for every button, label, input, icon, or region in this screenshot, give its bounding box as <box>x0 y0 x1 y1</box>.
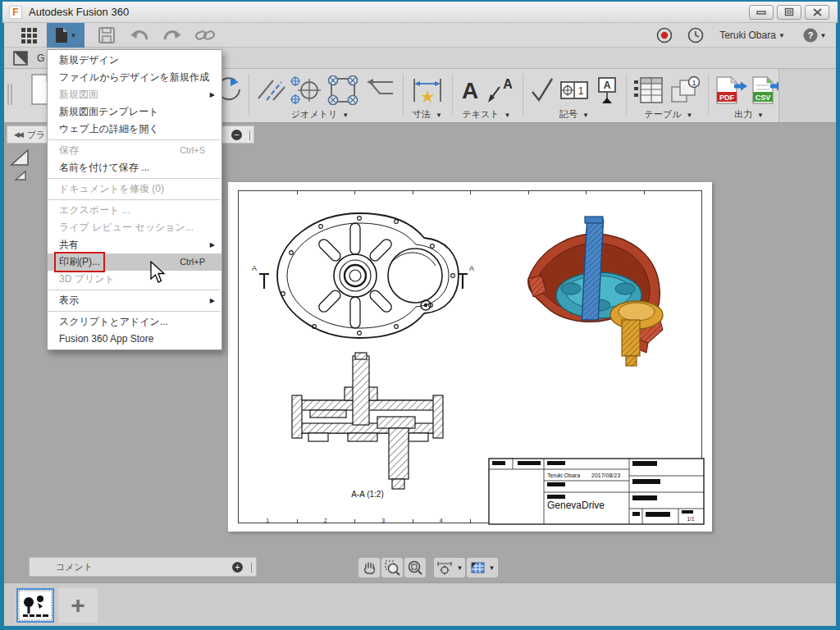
browser-sheet-item-icon[interactable] <box>9 148 30 167</box>
menu-item-10[interactable]: 共有 <box>48 236 221 253</box>
menu-item-13[interactable]: 表示 <box>48 292 221 309</box>
pan-hand-icon <box>362 560 377 575</box>
text-leader-icon[interactable]: A <box>486 75 516 105</box>
panel-grip[interactable] <box>249 130 250 140</box>
link-icon <box>195 29 215 42</box>
menu-item-9[interactable]: ライブ レビュー セッション... <box>48 219 221 236</box>
pan-button[interactable] <box>358 558 380 578</box>
centerline-icon[interactable] <box>255 75 286 103</box>
menu-item-label: ウェブ上の詳細を開く <box>59 121 159 138</box>
menu-item-shortcut: Ctrl+P <box>180 253 205 271</box>
history-button[interactable] <box>683 23 708 48</box>
menu-item-6[interactable]: 名前を付けて保存 ... <box>48 159 221 176</box>
data-panel-icon[interactable] <box>12 50 30 66</box>
dropdown-caret-icon: ▼ <box>342 112 349 119</box>
file-menu: 新規デザインファイルからデザインを新規作成新規図面新規図面テンプレートウェブ上の… <box>47 49 222 350</box>
comment-grip[interactable] <box>251 563 252 573</box>
maximize-button[interactable] <box>777 5 801 20</box>
title-bar: F Autodesk Fusion 360 <box>2 2 838 23</box>
ribbon-end-area <box>778 69 836 122</box>
edge-extension-icon[interactable] <box>365 75 396 105</box>
redo-icon <box>162 28 182 43</box>
sheet-thumbnail[interactable] <box>16 588 54 623</box>
checkmark-icon[interactable] <box>529 75 555 105</box>
sheet-grid-number: 2 <box>324 518 327 523</box>
undo-button[interactable] <box>126 23 153 48</box>
center-pattern-icon[interactable] <box>326 75 360 105</box>
export-pdf-icon[interactable]: PDF <box>714 75 747 107</box>
zoom-window-button[interactable] <box>381 558 403 578</box>
browser-subitem-icon[interactable] <box>14 170 27 181</box>
group-output[interactable]: 出力 ▼ <box>723 108 775 121</box>
menu-item-12[interactable]: 3D プリント <box>48 271 221 288</box>
svg-text:?: ? <box>807 30 813 40</box>
record-icon <box>656 27 673 43</box>
menu-item-8[interactable]: エクスポート ... <box>48 202 221 219</box>
group-text[interactable]: テキスト ▼ <box>454 108 519 121</box>
menu-item-3[interactable]: 新規図面テンプレート <box>48 103 221 121</box>
zoom-button[interactable] <box>404 558 426 578</box>
datum-identifier-icon[interactable]: 1 <box>559 75 590 105</box>
save-icon <box>98 27 115 43</box>
comment-bar[interactable]: コメント + <box>29 557 257 577</box>
menu-item-4[interactable]: ウェブ上の詳細を開く <box>48 121 221 138</box>
grid-settings-dropdown[interactable]: ▼ <box>467 558 498 578</box>
dropdown-caret-icon: ▼ <box>457 564 463 572</box>
record-button[interactable] <box>652 23 677 48</box>
add-comment-icon[interactable]: + <box>232 562 243 573</box>
group-dimension[interactable]: 寸法 ▼ <box>401 108 454 121</box>
display-settings-dropdown[interactable]: ▼ <box>434 558 465 578</box>
menu-item-5[interactable]: 保存Ctrl+S <box>48 142 221 159</box>
table-icon[interactable] <box>632 75 664 105</box>
dropdown-caret-icon: ▼ <box>757 112 764 119</box>
redo-button[interactable] <box>158 23 186 48</box>
panel-minus-icon[interactable]: − <box>231 130 242 140</box>
file-menu-button[interactable]: ▼ <box>47 23 84 48</box>
fusion-logo-icon: F <box>9 6 22 19</box>
toolbar-grip[interactable] <box>7 84 12 105</box>
dimension-icon[interactable] <box>409 75 445 105</box>
menu-item-2[interactable]: 新規図面 <box>48 86 221 103</box>
group-table[interactable]: テーブル ▼ <box>634 108 703 121</box>
close-button[interactable] <box>805 5 829 20</box>
iso-section-view[interactable] <box>517 213 669 369</box>
sheet-grid-tick <box>413 191 413 194</box>
menu-item-label: Fusion 360 App Store <box>59 331 153 348</box>
help-menu[interactable]: ? ▼ <box>798 23 831 48</box>
minimize-button[interactable] <box>749 5 774 20</box>
save-button[interactable] <box>93 23 121 48</box>
document-tab[interactable]: G <box>37 52 44 64</box>
title-block-date: 2017/08/23 <box>591 472 620 478</box>
group-geometry[interactable]: ジオメトリ ▼ <box>283 108 357 121</box>
submenu-arrow-icon <box>205 236 215 253</box>
menu-item-label: エクスポート ... <box>59 202 130 219</box>
surface-texture-icon[interactable]: A <box>595 75 619 107</box>
front-view[interactable]: A A <box>249 205 478 349</box>
drawing-sheet[interactable]: 12345678 A A <box>228 182 712 532</box>
title-block-author: Teruki Obara <box>547 472 580 478</box>
menu-item-label: ファイルからデザインを新規作成 <box>59 69 209 86</box>
balloon-icon[interactable]: 1 <box>669 75 701 107</box>
browser-panel-title: ブラ <box>27 129 46 141</box>
app-grid-button[interactable] <box>14 23 43 48</box>
collapse-panel-icon[interactable]: ◀◀ <box>14 130 22 139</box>
maximize-icon <box>784 7 794 16</box>
account-menu[interactable]: Teruki Obara ▼ <box>711 23 793 48</box>
menu-item-1[interactable]: ファイルからデザインを新規作成 <box>48 69 221 86</box>
menu-item-14[interactable]: スクリプトとアドイン... <box>48 313 221 331</box>
share-link-button[interactable] <box>191 23 219 48</box>
menu-item-15[interactable]: Fusion 360 App Store <box>48 331 221 348</box>
text-icon[interactable]: A <box>459 75 482 105</box>
menu-item-label: 新規デザイン <box>59 52 119 69</box>
menu-item-0[interactable]: 新規デザイン <box>48 52 221 69</box>
sheet-grid-tick <box>297 519 298 523</box>
center-mark-icon[interactable] <box>290 75 322 105</box>
menu-separator <box>48 290 221 290</box>
group-symbol[interactable]: 記号 ▼ <box>546 108 603 121</box>
menu-item-7[interactable]: ドキュメントを修復 (0) <box>48 180 221 198</box>
display-settings-icon <box>436 560 454 575</box>
svg-text:A: A <box>604 80 611 91</box>
menu-item-11[interactable]: 印刷(P)...Ctrl+P <box>48 253 221 271</box>
add-sheet-button[interactable]: + <box>58 588 98 623</box>
section-view[interactable]: A-A (1:2) <box>285 351 450 500</box>
